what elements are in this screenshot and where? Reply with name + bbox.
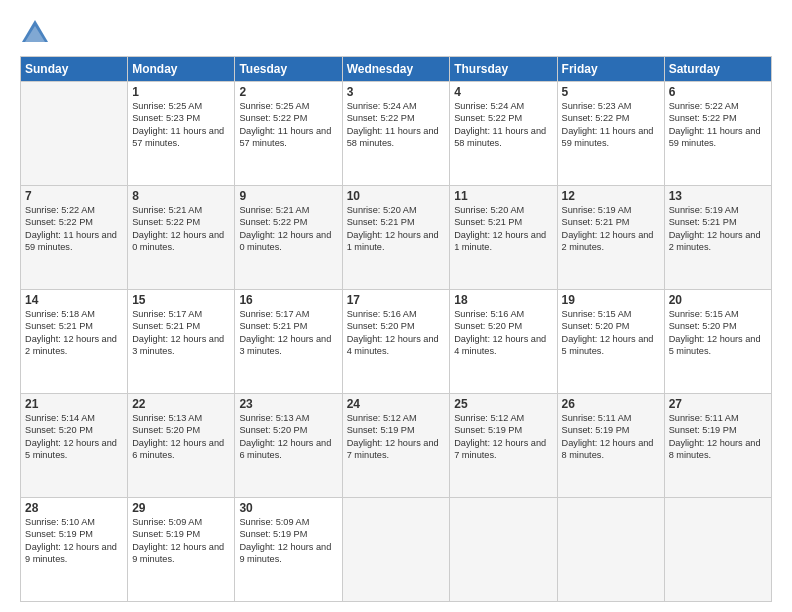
calendar-cell: 4Sunrise: 5:24 AM Sunset: 5:22 PM Daylig…	[450, 82, 557, 186]
day-info: Sunrise: 5:10 AM Sunset: 5:19 PM Dayligh…	[25, 516, 123, 566]
calendar-cell: 27Sunrise: 5:11 AM Sunset: 5:19 PM Dayli…	[664, 394, 771, 498]
day-number: 30	[239, 501, 337, 515]
day-info: Sunrise: 5:22 AM Sunset: 5:22 PM Dayligh…	[25, 204, 123, 254]
day-number: 23	[239, 397, 337, 411]
day-number: 28	[25, 501, 123, 515]
calendar-cell: 12Sunrise: 5:19 AM Sunset: 5:21 PM Dayli…	[557, 186, 664, 290]
day-number: 24	[347, 397, 446, 411]
page: SundayMondayTuesdayWednesdayThursdayFrid…	[0, 0, 792, 612]
day-info: Sunrise: 5:22 AM Sunset: 5:22 PM Dayligh…	[669, 100, 767, 150]
day-info: Sunrise: 5:12 AM Sunset: 5:19 PM Dayligh…	[347, 412, 446, 462]
day-number: 2	[239, 85, 337, 99]
day-number: 21	[25, 397, 123, 411]
calendar-week-3: 14Sunrise: 5:18 AM Sunset: 5:21 PM Dayli…	[21, 290, 772, 394]
weekday-header-row: SundayMondayTuesdayWednesdayThursdayFrid…	[21, 57, 772, 82]
day-info: Sunrise: 5:17 AM Sunset: 5:21 PM Dayligh…	[132, 308, 230, 358]
calendar-cell: 13Sunrise: 5:19 AM Sunset: 5:21 PM Dayli…	[664, 186, 771, 290]
calendar-cell: 26Sunrise: 5:11 AM Sunset: 5:19 PM Dayli…	[557, 394, 664, 498]
calendar-week-4: 21Sunrise: 5:14 AM Sunset: 5:20 PM Dayli…	[21, 394, 772, 498]
day-number: 3	[347, 85, 446, 99]
day-number: 10	[347, 189, 446, 203]
day-info: Sunrise: 5:17 AM Sunset: 5:21 PM Dayligh…	[239, 308, 337, 358]
weekday-header-friday: Friday	[557, 57, 664, 82]
calendar-cell: 9Sunrise: 5:21 AM Sunset: 5:22 PM Daylig…	[235, 186, 342, 290]
day-info: Sunrise: 5:20 AM Sunset: 5:21 PM Dayligh…	[347, 204, 446, 254]
calendar-cell: 1Sunrise: 5:25 AM Sunset: 5:23 PM Daylig…	[128, 82, 235, 186]
logo-icon	[20, 18, 50, 46]
day-number: 15	[132, 293, 230, 307]
day-number: 18	[454, 293, 552, 307]
day-info: Sunrise: 5:19 AM Sunset: 5:21 PM Dayligh…	[669, 204, 767, 254]
weekday-header-wednesday: Wednesday	[342, 57, 450, 82]
day-number: 6	[669, 85, 767, 99]
calendar-cell: 29Sunrise: 5:09 AM Sunset: 5:19 PM Dayli…	[128, 498, 235, 602]
day-info: Sunrise: 5:16 AM Sunset: 5:20 PM Dayligh…	[347, 308, 446, 358]
day-info: Sunrise: 5:13 AM Sunset: 5:20 PM Dayligh…	[132, 412, 230, 462]
day-info: Sunrise: 5:20 AM Sunset: 5:21 PM Dayligh…	[454, 204, 552, 254]
day-number: 25	[454, 397, 552, 411]
day-number: 12	[562, 189, 660, 203]
day-number: 7	[25, 189, 123, 203]
day-info: Sunrise: 5:23 AM Sunset: 5:22 PM Dayligh…	[562, 100, 660, 150]
calendar-cell: 11Sunrise: 5:20 AM Sunset: 5:21 PM Dayli…	[450, 186, 557, 290]
day-info: Sunrise: 5:14 AM Sunset: 5:20 PM Dayligh…	[25, 412, 123, 462]
calendar-cell: 18Sunrise: 5:16 AM Sunset: 5:20 PM Dayli…	[450, 290, 557, 394]
day-info: Sunrise: 5:15 AM Sunset: 5:20 PM Dayligh…	[562, 308, 660, 358]
day-number: 17	[347, 293, 446, 307]
day-number: 29	[132, 501, 230, 515]
day-number: 14	[25, 293, 123, 307]
calendar-cell: 3Sunrise: 5:24 AM Sunset: 5:22 PM Daylig…	[342, 82, 450, 186]
day-info: Sunrise: 5:12 AM Sunset: 5:19 PM Dayligh…	[454, 412, 552, 462]
calendar-table: SundayMondayTuesdayWednesdayThursdayFrid…	[20, 56, 772, 602]
calendar-cell: 14Sunrise: 5:18 AM Sunset: 5:21 PM Dayli…	[21, 290, 128, 394]
calendar-cell	[342, 498, 450, 602]
day-info: Sunrise: 5:24 AM Sunset: 5:22 PM Dayligh…	[454, 100, 552, 150]
calendar-cell: 30Sunrise: 5:09 AM Sunset: 5:19 PM Dayli…	[235, 498, 342, 602]
calendar-week-2: 7Sunrise: 5:22 AM Sunset: 5:22 PM Daylig…	[21, 186, 772, 290]
calendar-cell: 6Sunrise: 5:22 AM Sunset: 5:22 PM Daylig…	[664, 82, 771, 186]
day-number: 20	[669, 293, 767, 307]
day-number: 26	[562, 397, 660, 411]
day-info: Sunrise: 5:21 AM Sunset: 5:22 PM Dayligh…	[239, 204, 337, 254]
calendar-cell: 20Sunrise: 5:15 AM Sunset: 5:20 PM Dayli…	[664, 290, 771, 394]
day-info: Sunrise: 5:25 AM Sunset: 5:22 PM Dayligh…	[239, 100, 337, 150]
calendar-cell: 17Sunrise: 5:16 AM Sunset: 5:20 PM Dayli…	[342, 290, 450, 394]
calendar-cell: 21Sunrise: 5:14 AM Sunset: 5:20 PM Dayli…	[21, 394, 128, 498]
calendar-cell: 24Sunrise: 5:12 AM Sunset: 5:19 PM Dayli…	[342, 394, 450, 498]
calendar-cell: 2Sunrise: 5:25 AM Sunset: 5:22 PM Daylig…	[235, 82, 342, 186]
weekday-header-tuesday: Tuesday	[235, 57, 342, 82]
day-info: Sunrise: 5:11 AM Sunset: 5:19 PM Dayligh…	[562, 412, 660, 462]
calendar-cell: 28Sunrise: 5:10 AM Sunset: 5:19 PM Dayli…	[21, 498, 128, 602]
calendar-cell: 5Sunrise: 5:23 AM Sunset: 5:22 PM Daylig…	[557, 82, 664, 186]
day-info: Sunrise: 5:09 AM Sunset: 5:19 PM Dayligh…	[239, 516, 337, 566]
day-info: Sunrise: 5:09 AM Sunset: 5:19 PM Dayligh…	[132, 516, 230, 566]
day-number: 11	[454, 189, 552, 203]
calendar-cell	[21, 82, 128, 186]
day-info: Sunrise: 5:11 AM Sunset: 5:19 PM Dayligh…	[669, 412, 767, 462]
logo	[20, 18, 56, 46]
calendar-cell: 23Sunrise: 5:13 AM Sunset: 5:20 PM Dayli…	[235, 394, 342, 498]
day-number: 19	[562, 293, 660, 307]
calendar-cell: 16Sunrise: 5:17 AM Sunset: 5:21 PM Dayli…	[235, 290, 342, 394]
day-info: Sunrise: 5:21 AM Sunset: 5:22 PM Dayligh…	[132, 204, 230, 254]
calendar-cell: 7Sunrise: 5:22 AM Sunset: 5:22 PM Daylig…	[21, 186, 128, 290]
weekday-header-saturday: Saturday	[664, 57, 771, 82]
day-info: Sunrise: 5:18 AM Sunset: 5:21 PM Dayligh…	[25, 308, 123, 358]
weekday-header-monday: Monday	[128, 57, 235, 82]
day-info: Sunrise: 5:25 AM Sunset: 5:23 PM Dayligh…	[132, 100, 230, 150]
calendar-cell	[450, 498, 557, 602]
day-number: 1	[132, 85, 230, 99]
day-info: Sunrise: 5:19 AM Sunset: 5:21 PM Dayligh…	[562, 204, 660, 254]
weekday-header-thursday: Thursday	[450, 57, 557, 82]
calendar-cell	[557, 498, 664, 602]
weekday-header-sunday: Sunday	[21, 57, 128, 82]
calendar-cell: 22Sunrise: 5:13 AM Sunset: 5:20 PM Dayli…	[128, 394, 235, 498]
day-number: 5	[562, 85, 660, 99]
day-number: 13	[669, 189, 767, 203]
day-number: 27	[669, 397, 767, 411]
calendar-cell: 15Sunrise: 5:17 AM Sunset: 5:21 PM Dayli…	[128, 290, 235, 394]
calendar-cell	[664, 498, 771, 602]
calendar-week-5: 28Sunrise: 5:10 AM Sunset: 5:19 PM Dayli…	[21, 498, 772, 602]
calendar-cell: 19Sunrise: 5:15 AM Sunset: 5:20 PM Dayli…	[557, 290, 664, 394]
day-info: Sunrise: 5:24 AM Sunset: 5:22 PM Dayligh…	[347, 100, 446, 150]
